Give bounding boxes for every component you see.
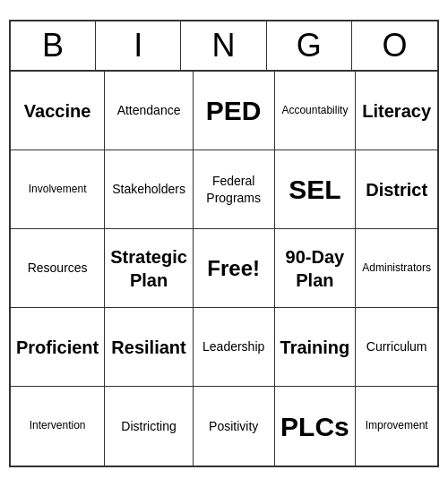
bingo-cell: District bbox=[356, 150, 437, 229]
bingo-header: BINGO bbox=[11, 21, 437, 72]
bingo-cell: Attendance bbox=[105, 72, 194, 150]
bingo-cell: Accountability bbox=[275, 72, 357, 150]
bingo-cell: Stakeholders bbox=[105, 150, 194, 229]
cell-label: Resiliant bbox=[111, 336, 185, 359]
bingo-cell: Districting bbox=[105, 387, 194, 466]
cell-label: 90-Day Plan bbox=[280, 245, 350, 292]
cell-label: SEL bbox=[289, 172, 340, 207]
bingo-cell: Literacy bbox=[356, 72, 437, 150]
bingo-cell: Federal Programs bbox=[194, 150, 275, 229]
cell-label: Proficient bbox=[16, 336, 99, 359]
bingo-cell: Curriculum bbox=[356, 308, 437, 387]
cell-label: Attendance bbox=[117, 102, 181, 118]
cell-label: Resources bbox=[28, 260, 88, 276]
cell-label: Intervention bbox=[30, 419, 86, 433]
bingo-cell: PLCs bbox=[275, 387, 357, 466]
cell-label: Curriculum bbox=[366, 338, 427, 355]
bingo-cell: Administrators bbox=[356, 229, 437, 308]
bingo-cell: Involvement bbox=[11, 150, 105, 229]
cell-label: Administrators bbox=[362, 261, 431, 276]
bingo-cell: SEL bbox=[275, 150, 357, 229]
header-letter: B bbox=[11, 21, 96, 70]
cell-label: Improvement bbox=[366, 419, 428, 433]
cell-label: Training bbox=[280, 336, 350, 359]
bingo-cell: Leadership bbox=[194, 308, 275, 387]
cell-label: Literacy bbox=[362, 99, 431, 123]
cell-label: Vaccine bbox=[24, 99, 91, 123]
cell-label: Federal Programs bbox=[199, 173, 269, 205]
cell-label: Stakeholders bbox=[112, 181, 185, 197]
header-letter: N bbox=[181, 21, 266, 70]
bingo-grid: VaccineAttendancePEDAccountabilityLitera… bbox=[11, 72, 437, 466]
header-letter: I bbox=[96, 21, 181, 70]
cell-label: Accountability bbox=[281, 104, 348, 118]
cell-label: Free! bbox=[207, 254, 260, 282]
bingo-card: BINGO VaccineAttendancePEDAccountability… bbox=[9, 20, 439, 467]
cell-label: Districting bbox=[121, 418, 176, 434]
bingo-cell: Strategic Plan bbox=[105, 229, 194, 308]
cell-label: PED bbox=[206, 93, 262, 128]
bingo-cell: Resources bbox=[11, 229, 105, 308]
bingo-cell: Vaccine bbox=[11, 72, 105, 150]
bingo-cell: Free! bbox=[194, 229, 275, 308]
cell-label: Positivity bbox=[209, 418, 258, 434]
cell-label: Strategic Plan bbox=[110, 245, 187, 292]
cell-label: Leadership bbox=[202, 338, 264, 355]
bingo-cell: Positivity bbox=[194, 387, 275, 466]
bingo-cell: Resiliant bbox=[105, 308, 194, 387]
bingo-cell: Proficient bbox=[11, 308, 105, 387]
bingo-cell: PED bbox=[194, 72, 275, 150]
bingo-cell: Intervention bbox=[11, 387, 105, 466]
bingo-cell: Improvement bbox=[356, 387, 437, 466]
cell-label: PLCs bbox=[280, 409, 349, 444]
bingo-cell: 90-Day Plan bbox=[275, 229, 357, 308]
bingo-cell: Training bbox=[275, 308, 357, 387]
cell-label: Involvement bbox=[29, 183, 87, 197]
header-letter: G bbox=[267, 21, 352, 70]
cell-label: District bbox=[366, 178, 427, 201]
header-letter: O bbox=[352, 21, 437, 70]
